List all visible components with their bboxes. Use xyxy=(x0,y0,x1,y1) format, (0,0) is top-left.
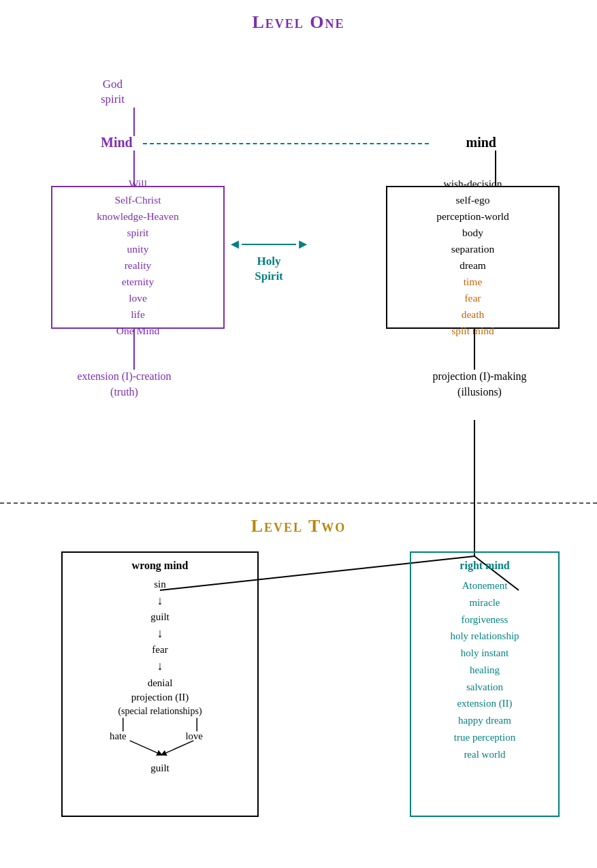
right-mind-box: right mind Atonement miracle forgiveness… xyxy=(410,551,560,817)
left-box-life: life xyxy=(97,306,179,323)
extension-label: extension (I)-creation(truth) xyxy=(37,368,211,400)
left-box-love: love xyxy=(97,290,179,306)
wm-fear: fear xyxy=(152,643,167,657)
rm-happy-dream: happy dream xyxy=(411,712,558,729)
mind-left-label: Mind xyxy=(101,135,133,150)
left-box-reality: reality xyxy=(97,257,179,274)
line-rightbox-down xyxy=(474,329,475,370)
wm-projection2: projection (II) xyxy=(131,690,189,705)
holy-spirit-container: ◄ ► Holy Spirit xyxy=(225,234,313,284)
left-box-will: Will xyxy=(97,176,179,192)
line-god-to-mind xyxy=(133,108,135,136)
wm-inner-diagram: hate love xyxy=(63,718,257,758)
rb-wish-decision: wish-decision xyxy=(436,176,509,192)
svg-text:love: love xyxy=(185,730,203,741)
mind-right-label: mind xyxy=(466,135,496,150)
wm-arrow1: ↓ xyxy=(157,592,163,609)
left-box-unity: unity xyxy=(97,241,179,257)
level-two-title: Level Two xyxy=(0,516,597,536)
wm-guilt: guilt xyxy=(150,610,170,624)
left-box-spirit: spirit xyxy=(97,225,179,241)
arrow-right-icon: ► xyxy=(296,236,310,252)
left-box-knowledge-heaven: knowledge-Heaven xyxy=(97,208,179,225)
rm-forgiveness: forgiveness xyxy=(411,611,558,628)
level-one-title: Level One xyxy=(0,12,597,33)
rm-holy-instant: holy instant xyxy=(411,645,558,662)
wm-arrow3: ↓ xyxy=(157,658,163,675)
rb-perception-world: perception-world xyxy=(436,208,509,225)
svg-line-7 xyxy=(130,741,160,754)
right-box: wish-decision self-ego perception-world … xyxy=(386,186,560,329)
wrong-mind-header: wrong mind xyxy=(63,560,257,572)
rm-atonement: Atonement xyxy=(411,577,558,594)
rb-body: body xyxy=(436,225,509,241)
rb-self-ego: self-ego xyxy=(436,192,509,208)
rm-miracle: miracle xyxy=(411,594,558,611)
level-one-section: God spirit Mind mind Will Self-Christ kn… xyxy=(0,39,597,509)
rm-extension2: extension (II) xyxy=(411,695,558,712)
rb-time: time xyxy=(436,274,509,290)
divider-line xyxy=(0,502,597,504)
wm-guilt-final: guilt xyxy=(150,761,170,775)
god-spirit-label: God spirit xyxy=(101,77,125,107)
left-box-eternity: eternity xyxy=(97,274,179,290)
rm-healing: healing xyxy=(411,662,558,679)
rb-separation: separation xyxy=(436,241,509,257)
rb-dream: dream xyxy=(436,257,509,274)
rm-real-world: real world xyxy=(411,746,558,763)
mind-dashed-line xyxy=(143,143,429,144)
arrow-left-icon: ◄ xyxy=(228,236,242,252)
line-leftbox-down xyxy=(133,329,135,370)
projection-label: projection (I)-making(illusions) xyxy=(393,368,566,400)
svg-text:hate: hate xyxy=(110,730,127,741)
wm-arrow2: ↓ xyxy=(157,625,163,642)
holy-spirit-label: Holy Spirit xyxy=(255,254,283,284)
left-box-one-mind: One Mind xyxy=(97,323,179,339)
left-box-self-christ: Self-Christ xyxy=(97,192,179,208)
wrong-mind-box: wrong mind sin ↓ guilt ↓ fear ↓ denial p… xyxy=(61,551,259,817)
rm-salvation: salvation xyxy=(411,679,558,696)
wm-special-rel: (special relationships) xyxy=(118,705,201,718)
rm-true-perception: true perception xyxy=(411,729,558,746)
wm-sin: sin xyxy=(154,577,166,592)
right-mind-header: right mind xyxy=(411,560,558,572)
rb-fear: fear xyxy=(436,290,509,306)
rb-death: death xyxy=(436,306,509,323)
rb-split-mind: split mind xyxy=(436,323,509,339)
rm-holy-relationship: holy relationship xyxy=(411,628,558,645)
left-box: Will Self-Christ knowledge-Heaven spirit… xyxy=(51,186,225,329)
wm-denial: denial xyxy=(148,676,173,690)
svg-line-8 xyxy=(163,741,193,754)
